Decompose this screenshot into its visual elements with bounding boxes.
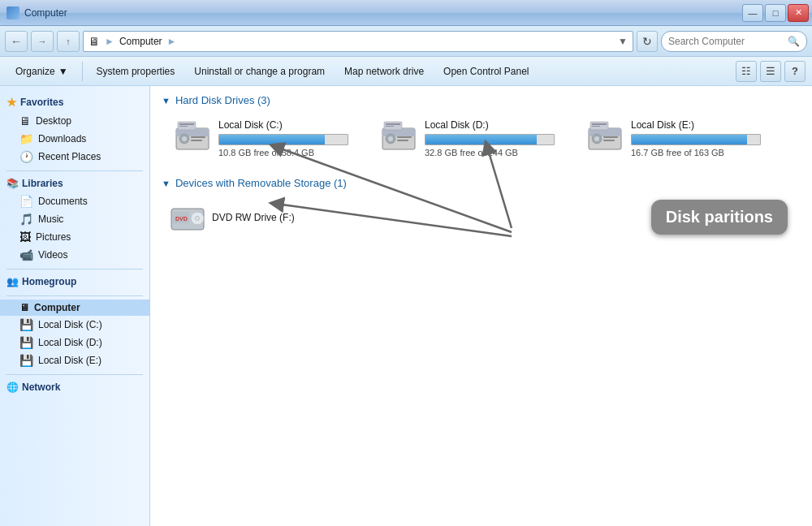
downloads-icon: 📁	[19, 132, 33, 145]
dvd-drive-item[interactable]: DVD DVD RW Drive (F:)	[162, 199, 801, 236]
sidebar-computer-section: 🖥 Computer 💾 Local Disk (C:) 💾 Local Dis…	[0, 300, 149, 369]
address-field[interactable]: 🖥 ► Computer ► ▼	[83, 31, 633, 52]
removable-section-title[interactable]: ▼ Devices with Removable Storage (1)	[162, 177, 801, 189]
address-separator: ►	[105, 36, 114, 47]
back-button[interactable]: ←	[5, 31, 28, 52]
toolbar-right: ☷ ☰ ?	[736, 61, 806, 82]
local-c-icon: 💾	[19, 318, 33, 331]
sidebar-divider-1	[6, 170, 143, 171]
sidebar-item-videos[interactable]: 📹 Videos	[0, 246, 149, 264]
search-input[interactable]	[668, 36, 784, 47]
sidebar-network-label: Network	[22, 382, 60, 393]
up-button[interactable]: ↑	[57, 31, 80, 52]
sidebar-computer-header[interactable]: 🖥 Computer	[0, 300, 149, 316]
view-button[interactable]: ☷	[736, 61, 757, 82]
map-drive-button[interactable]: Map network drive	[335, 60, 433, 83]
organize-button[interactable]: Organize ▼	[6, 60, 77, 83]
svg-point-32	[197, 218, 198, 219]
title-bar: Computer — □ ✕	[0, 0, 812, 26]
sidebar-network-header[interactable]: 🌐 Network	[0, 378, 149, 396]
address-dropdown[interactable]: ▼	[618, 36, 628, 47]
help-button[interactable]: ?	[784, 61, 806, 82]
sidebar-homegroup-label: Homegroup	[22, 276, 76, 287]
drive-d-name: Local Disk (D:)	[425, 119, 568, 131]
drive-d-item[interactable]: Local Disk (D:) 32.8 GB free of 244 GB	[376, 116, 571, 161]
dvd-svg: DVD	[170, 202, 205, 233]
drive-c-item[interactable]: Local Disk (C:) 10.8 GB free of 58.4 GB	[170, 116, 365, 161]
sidebar-item-downloads[interactable]: 📁 Downloads	[0, 130, 149, 148]
drive-d-icon	[379, 119, 418, 152]
svg-rect-17	[386, 126, 394, 127]
search-icon: 🔍	[788, 36, 800, 47]
refresh-button[interactable]: ↻	[637, 31, 658, 52]
svg-rect-26	[592, 126, 600, 127]
toolbar: Organize ▼ System properties Uninstall o…	[0, 57, 812, 86]
svg-point-12	[388, 136, 393, 141]
svg-point-21	[594, 136, 599, 141]
svg-point-3	[182, 136, 187, 141]
drive-c-progress-fill	[219, 135, 325, 144]
system-props-button[interactable]: System properties	[88, 60, 184, 83]
sidebar-music-label: Music	[38, 213, 63, 225]
drive-e-space: 16.7 GB free of 163 GB	[631, 148, 774, 157]
window-title: Computer	[24, 7, 67, 19]
svg-rect-25	[592, 123, 607, 125]
svg-rect-8	[179, 126, 188, 127]
sidebar-item-local-c[interactable]: 💾 Local Disk (C:)	[0, 316, 149, 334]
hdd-svg-d	[381, 120, 417, 151]
sidebar-item-local-e[interactable]: 💾 Local Disk (E:)	[0, 351, 149, 369]
drive-e-item[interactable]: Local Disk (E:) 16.7 GB free of 163 GB	[582, 116, 777, 161]
toolbar-separator-1	[82, 62, 83, 81]
address-icon: 🖥	[89, 35, 100, 48]
removable-title: Devices with Removable Storage (1)	[175, 177, 347, 189]
desktop-icon: 🖥	[19, 114, 31, 127]
sidebar-favorites-header[interactable]: ★ Favorites	[0, 93, 149, 112]
sidebar: ★ Favorites 🖥 Desktop 📁 Downloads 🕐 Rece…	[0, 86, 150, 526]
local-d-icon: 💾	[19, 336, 33, 349]
computer-icon: 🖥	[19, 302, 29, 313]
svg-rect-7	[179, 123, 194, 125]
window-controls: — □ ✕	[742, 4, 809, 22]
view-button-2[interactable]: ☰	[760, 61, 781, 82]
sidebar-divider-2	[6, 269, 143, 269]
drive-c-space: 10.8 GB free of 58.4 GB	[218, 148, 361, 157]
maximize-button[interactable]: □	[765, 4, 786, 22]
sidebar-libraries-label: Libraries	[22, 178, 63, 189]
sidebar-item-desktop[interactable]: 🖥 Desktop	[0, 112, 149, 130]
network-icon: 🌐	[6, 382, 19, 393]
svg-text:DVD: DVD	[175, 216, 188, 222]
close-button[interactable]: ✕	[788, 4, 809, 22]
uninstall-button[interactable]: Uninstall or change a program	[185, 60, 334, 83]
drive-d-progress-fill	[425, 135, 537, 144]
svg-rect-22	[603, 136, 618, 138]
sidebar-item-music[interactable]: 🎵 Music	[0, 210, 149, 228]
documents-icon: 📄	[19, 195, 33, 208]
hard-disks-section-title[interactable]: ▼ Hard Disk Drives (3)	[162, 94, 801, 106]
sidebar-homegroup-section: 👥 Homegroup	[0, 273, 149, 291]
sidebar-local-d-label: Local Disk (D:)	[38, 337, 102, 348]
drive-d-progress-bg	[425, 134, 555, 145]
drive-e-info: Local Disk (E:) 16.7 GB free of 163 GB	[631, 119, 774, 157]
sidebar-item-recent[interactable]: 🕐 Recent Places	[0, 148, 149, 166]
dvd-icon: DVD	[170, 202, 205, 233]
sidebar-item-documents[interactable]: 📄 Documents	[0, 192, 149, 210]
sidebar-item-pictures[interactable]: 🖼 Pictures	[0, 228, 149, 246]
recent-icon: 🕐	[19, 150, 33, 163]
sidebar-network-section: 🌐 Network	[0, 378, 149, 396]
content-area: ▼ Hard Disk Drives (3)	[150, 86, 812, 526]
forward-button[interactable]: →	[31, 31, 54, 52]
hdd-svg-e	[587, 120, 623, 151]
hard-disks-title: Hard Disk Drives (3)	[175, 94, 270, 106]
control-panel-button[interactable]: Open Control Panel	[434, 60, 538, 83]
sidebar-homegroup-header[interactable]: 👥 Homegroup	[0, 273, 149, 291]
drive-c-progress-bg	[218, 134, 348, 145]
drive-e-name: Local Disk (E:)	[631, 119, 774, 131]
sidebar-item-local-d[interactable]: 💾 Local Disk (D:)	[0, 334, 149, 351]
sidebar-divider-4	[6, 374, 143, 375]
library-icon: 📚	[6, 178, 19, 189]
drive-d-info: Local Disk (D:) 32.8 GB free of 244 GB	[425, 119, 568, 157]
minimize-button[interactable]: —	[742, 4, 763, 22]
search-box[interactable]: 🔍	[661, 31, 807, 52]
sidebar-libraries-header[interactable]: 📚 Libraries	[0, 175, 149, 192]
sidebar-videos-label: Videos	[38, 249, 67, 261]
